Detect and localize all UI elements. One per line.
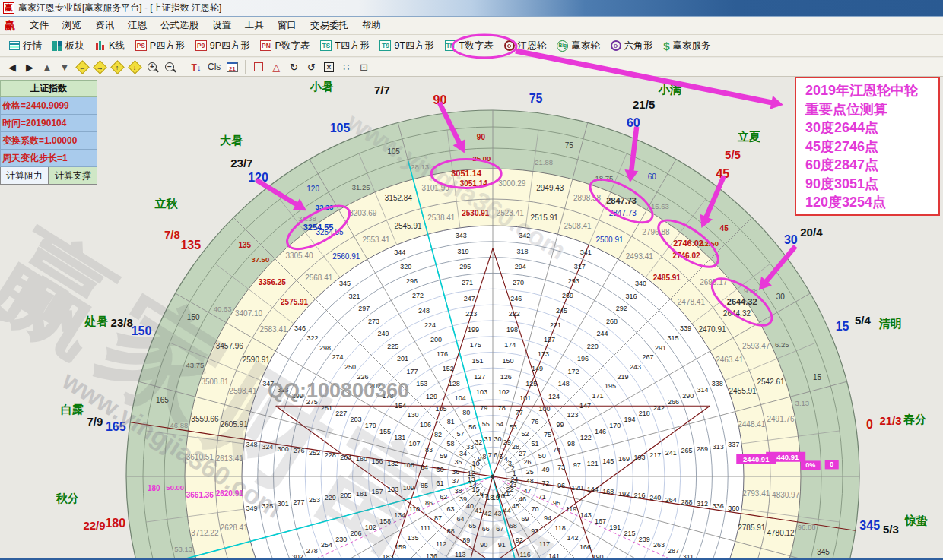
wheel-label: 223: [465, 310, 477, 318]
toolbar-label: T数字表: [459, 40, 494, 52]
toolbar-button-K线[interactable]: K线: [90, 37, 129, 55]
wheel-label: 150: [187, 313, 200, 321]
diamond-up-button[interactable]: ↑: [110, 59, 125, 74]
prev-arrow-button[interactable]: ◀: [5, 59, 20, 74]
toolbar-button-赢家服务[interactable]: $赢家服务: [659, 37, 715, 55]
toolbar-button-行情[interactable]: 行情: [5, 37, 46, 55]
wheel-label: 2508.41: [564, 222, 592, 230]
wheel-label: 265: [681, 447, 692, 454]
wheel-label: 25: [526, 468, 534, 476]
toolbar-label: 板块: [65, 40, 84, 52]
zoom-out-button[interactable]: −: [162, 59, 177, 74]
wheel-label: 75: [544, 431, 551, 438]
wheel-label: 65: [468, 522, 476, 530]
wheel-label: 293: [568, 277, 579, 285]
wheel-label: 2785.91: [738, 524, 766, 532]
wheel-label: 130: [407, 411, 418, 419]
wheel-center: [491, 475, 495, 479]
calendar-button[interactable]: 21: [224, 59, 240, 74]
wheel-label: 342: [519, 232, 530, 239]
diamond-right-button-icon: →: [93, 60, 106, 74]
toolbar-button-江恩轮[interactable]: 江恩轮: [500, 37, 551, 55]
wheel-label: 86: [425, 499, 433, 507]
wheel-label: 30: [784, 233, 798, 246]
wheel-label: 253: [309, 496, 320, 504]
wheel-label: 56: [468, 423, 476, 431]
diamond-left-button-icon: ←: [75, 60, 89, 74]
calc-resistance-button[interactable]: 计算阻力: [0, 167, 49, 185]
wheel-label: 129: [426, 393, 437, 400]
wheel-label: 82: [434, 431, 442, 438]
toolbar-label: P数字表: [275, 40, 310, 52]
wheel-label: 275: [306, 398, 318, 406]
toolbar-button-9T四方形[interactable]: T99T四方形: [375, 37, 438, 55]
menu-item-4[interactable]: 公式选股: [154, 17, 205, 34]
wheel-label: 107: [408, 440, 420, 448]
menu-item-6[interactable]: 工具: [238, 17, 271, 34]
toolbar-button-9P四方形[interactable]: P99P四方形: [191, 37, 255, 55]
screen-tool-button[interactable]: ⊡: [356, 59, 371, 74]
wheel-label: 246: [510, 295, 522, 302]
rotate-cw-button[interactable]: ↻: [286, 59, 301, 74]
blocks-icon: [52, 41, 62, 51]
calc-support-button[interactable]: 计算支撑: [49, 167, 97, 185]
wheel-label: 198: [506, 326, 518, 334]
diamond-right-button[interactable]: →: [92, 59, 107, 74]
menu-item-7[interactable]: 窗口: [271, 17, 303, 34]
up-arrow-button[interactable]: ▲: [40, 59, 55, 74]
wheel-label: 145: [602, 457, 614, 465]
wheel-label: 2793.41: [742, 489, 770, 498]
toolbar-button-六角形[interactable]: 六角形: [606, 37, 658, 55]
menu-item-5[interactable]: 设置: [205, 17, 238, 34]
wheel-label: 249: [378, 330, 389, 337]
square-tool-button[interactable]: [251, 59, 266, 74]
toolbar-button-P数字表[interactable]: PNP数字表: [256, 37, 314, 55]
zoom-in-button[interactable]: +: [144, 59, 160, 74]
wheel-label: 5/5: [725, 148, 741, 161]
menu-item-3[interactable]: 江恩: [121, 17, 154, 34]
wheel-label: 250: [344, 363, 356, 371]
cls-button-label: Cls: [208, 62, 221, 72]
wheel-label: 224: [424, 321, 436, 329]
wheel-label: 165: [156, 396, 169, 404]
wheel-label: 133: [387, 486, 398, 493]
t-updown-button[interactable]: T↓: [189, 59, 204, 74]
wheel-label: 278: [306, 547, 318, 555]
wheel-label: 338: [712, 380, 723, 388]
toolbar-button-T四方形[interactable]: TST四方形: [316, 37, 373, 55]
diamond-left-button[interactable]: ←: [75, 59, 90, 74]
xbox-tool-button[interactable]: ×: [321, 59, 336, 74]
cls-button[interactable]: Cls: [206, 59, 222, 74]
diamond-down-button[interactable]: ↓: [127, 59, 142, 74]
next-arrow-button[interactable]: ▶: [22, 59, 37, 74]
wheel-label: 252: [309, 449, 320, 457]
wheel-label: 2568.41: [305, 274, 333, 282]
wheel-label: 2463.41: [716, 356, 744, 364]
main-area: 1234567891011121314151617181920212223242…: [0, 77, 943, 560]
wheel-label: 156: [372, 457, 383, 465]
wheel-label: 45: [720, 224, 729, 233]
menu-item-2[interactable]: 资讯: [88, 17, 121, 34]
wheel-label: 29: [503, 438, 511, 446]
down-arrow-button[interactable]: ▼: [57, 59, 72, 74]
wheel-label: 343: [456, 232, 467, 239]
wheel-label: 313: [713, 443, 724, 451]
toolbar-label: 赢家服务: [673, 40, 711, 52]
menu-item-0[interactable]: 文件: [23, 17, 56, 34]
crosshair-tool-button[interactable]: ∷: [338, 59, 354, 74]
wheel-label: 51: [532, 440, 539, 448]
wheel-label: 15: [813, 373, 822, 381]
toolbar-button-赢家轮[interactable]: Big赢家轮: [552, 37, 605, 55]
toolbar-button-T数字表[interactable]: TNT数字表: [440, 37, 498, 55]
wheel-label: 87: [434, 514, 442, 522]
wheel-label: 47: [523, 487, 531, 495]
triangle-tool-button[interactable]: △: [268, 59, 284, 74]
wheel-label: 105: [330, 122, 351, 134]
toolbar-button-P四方形[interactable]: PSP四方形: [131, 37, 189, 55]
wheel-label: 21/3: [879, 414, 901, 427]
rotate-ccw-button[interactable]: ↺: [303, 59, 319, 74]
toolbar-button-板块[interactable]: 板块: [48, 37, 89, 55]
menu-item-9[interactable]: 帮助: [355, 17, 388, 34]
menu-item-1[interactable]: 浏览: [56, 17, 88, 34]
menu-item-8[interactable]: 交易委托: [303, 17, 355, 34]
